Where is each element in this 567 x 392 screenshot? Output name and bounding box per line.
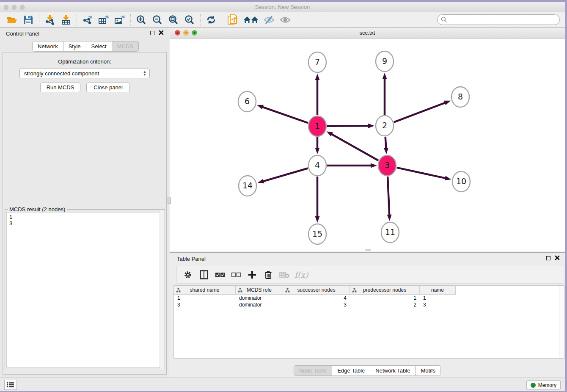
hierarchy-icon <box>238 288 242 293</box>
export-table-button[interactable] <box>97 14 110 26</box>
criterion-select[interactable]: strongly connected component ▲▼ <box>19 69 150 78</box>
graph-node-label: 8 <box>458 92 463 101</box>
float-table-panel-icon[interactable] <box>546 256 550 260</box>
column-header-predecessor-nodes[interactable]: predecessor nodes <box>350 286 420 295</box>
table-scrollbar[interactable] <box>559 286 564 358</box>
export-network-button[interactable] <box>81 14 94 26</box>
deselect-all-rows-button[interactable] <box>230 269 242 281</box>
zoom-out-button[interactable] <box>151 14 164 26</box>
graph-svg: 1234678910111415 <box>170 39 565 251</box>
column-header-name[interactable]: name <box>420 286 456 295</box>
graph-edge-arrowhead <box>384 148 388 154</box>
graph-edge[interactable] <box>385 137 386 149</box>
import-table-button[interactable] <box>60 14 72 26</box>
canvas-hscroll-handle[interactable] <box>365 249 371 251</box>
function-builder-button[interactable]: f(x) <box>295 269 308 281</box>
network-canvas[interactable]: 1234678910111415 <box>170 39 565 251</box>
graph-edge-arrowhead <box>368 124 374 128</box>
cell-successor-nodes[interactable]: 4 <box>283 295 350 301</box>
eye-slash-icon <box>264 15 275 25</box>
cell-predecessor-nodes[interactable]: 1 <box>350 295 420 301</box>
cell-name[interactable]: 3 <box>420 301 456 308</box>
task-history-button[interactable] <box>4 380 17 390</box>
search-field-wrap <box>437 14 560 25</box>
column-settings-button[interactable] <box>182 269 194 281</box>
cell-name[interactable]: 1 <box>420 295 456 301</box>
splitter-grip[interactable] <box>168 197 171 204</box>
export-table-icon <box>98 15 109 25</box>
graph-edge-arrowhead <box>257 179 264 184</box>
main-area: Control Panel Network Style Select MCDS … <box>0 28 565 378</box>
toggle-column-button[interactable] <box>198 269 210 281</box>
table-row[interactable]: 1 dominator 4 1 1 <box>174 295 564 301</box>
export-network-icon <box>83 15 93 25</box>
zoom-in-button[interactable] <box>135 14 148 26</box>
float-panel-icon[interactable] <box>150 31 154 35</box>
run-mcds-button[interactable]: Run MCDS <box>40 83 80 92</box>
column-header-shared-name[interactable]: shared name <box>174 286 236 295</box>
graph-edge[interactable] <box>388 177 389 215</box>
zoom-fit-button[interactable] <box>167 14 180 26</box>
close-panel-icon[interactable] <box>159 30 164 35</box>
tab-mcds[interactable]: MCDS <box>112 41 139 52</box>
tab-network[interactable]: Network <box>32 41 63 52</box>
column-header-successor-nodes[interactable]: successor nodes <box>283 286 350 295</box>
node-table: shared name MCDS role successor nodes <box>173 285 564 359</box>
cell-mcds-role[interactable]: dominator <box>236 295 283 301</box>
cell-shared-name[interactable]: 1 <box>174 295 236 301</box>
cell-shared-name[interactable]: 3 <box>174 301 236 308</box>
graph-edge[interactable] <box>327 126 369 126</box>
toolbar-separator <box>222 14 222 26</box>
cell-successor-nodes[interactable]: 3 <box>283 301 350 308</box>
control-panel-tabs: Network Style Select MCDS <box>32 41 139 52</box>
close-panel-button[interactable]: Close panel <box>86 83 130 92</box>
graph-edge[interactable] <box>397 168 446 178</box>
hide-selected-button[interactable] <box>263 14 275 26</box>
delete-table-button[interactable] <box>278 269 290 281</box>
graph-edge[interactable] <box>331 134 378 161</box>
tab-network-table[interactable]: Network Table <box>370 365 416 376</box>
tab-edge-table[interactable]: Edge Table <box>332 365 370 376</box>
tab-motifs[interactable]: Motifs <box>416 365 441 376</box>
add-row-button[interactable] <box>246 269 258 281</box>
mcds-result-group: MCDS result (2 nodes) 1 3 <box>5 209 165 369</box>
graph-edge-arrowhead <box>383 73 387 79</box>
table-panel: Table Panel <box>170 252 565 378</box>
mcds-result-text[interactable]: 1 3 <box>6 212 163 367</box>
control-panel-title: Control Panel <box>6 30 39 37</box>
select-all-rows-button[interactable] <box>214 269 226 281</box>
tab-select[interactable]: Select <box>86 41 112 52</box>
graph-edge[interactable] <box>262 107 308 123</box>
column-header-mcds-role[interactable]: MCDS role <box>236 286 283 295</box>
close-table-panel-icon[interactable] <box>555 255 560 260</box>
save-session-button[interactable] <box>22 14 35 26</box>
import-network-button[interactable] <box>44 14 56 26</box>
status-bar: Memory <box>0 378 565 391</box>
memory-button[interactable]: Memory <box>526 380 561 390</box>
cell-predecessor-nodes[interactable]: 2 <box>350 301 420 308</box>
home-icon <box>243 15 259 25</box>
mcds-result-title: MCDS result (2 nodes) <box>8 206 67 213</box>
show-all-button[interactable] <box>279 14 292 26</box>
export-image-button[interactable] <box>113 14 126 26</box>
window-title: Session: New Session <box>0 4 565 10</box>
table-row[interactable]: 3 dominator 3 2 3 <box>174 301 564 308</box>
graph-edge[interactable] <box>263 168 308 181</box>
open-session-button[interactable] <box>6 14 19 26</box>
result-scrollbar[interactable] <box>160 210 165 369</box>
tab-node-table[interactable]: Node Table <box>294 365 333 376</box>
refresh-icon <box>206 15 216 25</box>
graph-edge-arrowhead <box>444 101 451 105</box>
tab-style[interactable]: Style <box>63 41 86 52</box>
delete-rows-button[interactable] <box>262 269 274 281</box>
chevron-up-down-icon: ▲▼ <box>143 70 146 76</box>
main-toolbar <box>0 12 565 28</box>
graph-edge[interactable] <box>394 102 446 122</box>
checked-boxes-icon <box>215 272 225 278</box>
refresh-layout-button[interactable] <box>205 14 217 26</box>
cell-mcds-role[interactable]: dominator <box>236 301 283 308</box>
home-button[interactable] <box>242 14 259 26</box>
search-input[interactable] <box>437 14 560 25</box>
zoom-selected-button[interactable] <box>183 14 196 26</box>
network-from-selection-button[interactable] <box>226 14 239 26</box>
